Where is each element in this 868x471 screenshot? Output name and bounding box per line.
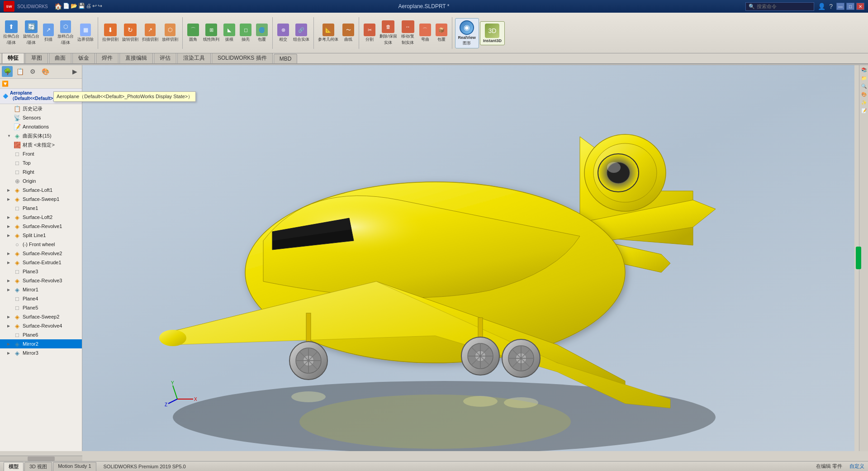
tree-icon-16: ◈ — [14, 250, 21, 257]
tree-item-15[interactable]: ○(-) Front wheel — [0, 240, 82, 249]
tree-icon-15: ○ — [14, 241, 21, 248]
close-button[interactable]: ✕ — [856, 3, 864, 10]
bend-button[interactable]: ⌒ 弯曲 — [417, 23, 433, 43]
maximize-button[interactable]: □ — [846, 3, 854, 10]
tree-item-14[interactable]: ▶◈Split Line1 — [0, 231, 82, 240]
configuration-icon[interactable]: ⚙ — [27, 66, 38, 77]
tree-item-10[interactable]: ▶◈Surface-Sweep1 — [0, 195, 82, 204]
delete-body-button[interactable]: 🗑 删除/保留实体 — [378, 19, 398, 47]
view-palette-icon[interactable]: 🎨 — [860, 90, 868, 98]
status-customize[interactable]: 自定义 — [849, 463, 864, 470]
user-icon[interactable]: 👤 — [818, 3, 825, 10]
tab-evaluate[interactable]: 评估 — [154, 52, 176, 63]
tree-item-16[interactable]: ▶◈Surface-Revolve2 — [0, 249, 82, 258]
intersect-button[interactable]: ⊗ 相交 — [275, 23, 291, 43]
tree-item-12[interactable]: ▶◈Surface-Loft2 — [0, 213, 82, 222]
loftcut-button[interactable]: ⬡ 放样切割 — [161, 23, 180, 43]
undo-icon[interactable]: ↩ — [92, 3, 97, 10]
tree-item-18[interactable]: □Plane3 — [0, 267, 82, 276]
redo-icon[interactable]: ↪ — [98, 3, 102, 10]
split-button[interactable]: ✂ 分割 — [362, 23, 377, 43]
tab-render[interactable]: 渲染工具 — [177, 52, 211, 63]
realview-button[interactable]: ◉ RealView 图形 — [455, 18, 479, 48]
custom-properties-icon[interactable]: 📝 — [860, 107, 868, 114]
wrap2-button[interactable]: 📦 包覆 — [434, 23, 449, 43]
extrudecut-button[interactable]: ⬇ 拉伸切割 — [101, 23, 120, 43]
tree-item-17[interactable]: ▶◈Surface-Extrude1 — [0, 258, 82, 267]
panel-expand-icon[interactable]: ▶ — [69, 66, 80, 77]
loft-button[interactable]: ⬡ 放样凸台/基体 — [56, 19, 75, 47]
wrap-button[interactable]: 🌀 包覆 — [254, 23, 270, 43]
property-manager-icon[interactable]: 📋 — [14, 66, 25, 77]
print-icon[interactable]: 🖨 — [86, 3, 91, 10]
tree-item-1[interactable]: 📡Sensors — [0, 113, 82, 122]
tree-item-2[interactable]: 📝Annotations — [0, 122, 82, 131]
revolve-button[interactable]: 🔄 旋转凸台/基体 — [22, 19, 41, 47]
tree-item-9[interactable]: ▶◈Surface-Loft1 — [0, 186, 82, 195]
revolvecut-button[interactable]: ↻ 旋转切割 — [121, 23, 140, 43]
shell-button[interactable]: ◻ 抽壳 — [238, 23, 253, 43]
tree-item-23[interactable]: ▶◈Surface-Sweep2 — [0, 312, 82, 321]
tree-item-0[interactable]: 📋历史记录 — [0, 104, 82, 113]
3d-viewport[interactable]: X Y Z — [82, 64, 854, 451]
status-tab-motion[interactable]: Motion Study 1 — [53, 462, 96, 471]
tree-item-26[interactable]: ▶◈Mirror2 — [0, 339, 82, 348]
tab-solidworks-plugins[interactable]: SOLIDWORKS 插件 — [212, 52, 273, 63]
scroll-thumb[interactable] — [28, 457, 55, 461]
toolbar-separator-3 — [272, 17, 273, 49]
minimize-button[interactable]: — — [836, 3, 844, 10]
sweep-button[interactable]: ↗ 扫描 — [42, 23, 55, 43]
tree-item-21[interactable]: □Plane4 — [0, 294, 82, 303]
panel-handle[interactable] — [856, 247, 861, 269]
boundary-button[interactable]: ▦ 边界切除 — [76, 23, 95, 43]
sweepcut-button[interactable]: ↗ 扫描切割 — [141, 23, 160, 43]
tree-item-24[interactable]: ▶◈Surface-Revolve4 — [0, 321, 82, 330]
file-explorer-icon[interactable]: 📁 — [860, 74, 868, 81]
tree-item-22[interactable]: □Plane5 — [0, 303, 82, 312]
tab-features[interactable]: 特征 — [2, 52, 24, 63]
tree-item-19[interactable]: ▶◈Surface-Revolve3 — [0, 276, 82, 285]
status-tab-3dview[interactable]: 3D 视图 — [24, 462, 52, 471]
tab-direct-edit[interactable]: 直接编辑 — [119, 52, 153, 63]
tab-sheet-metal[interactable]: 钣金 — [72, 52, 95, 63]
tab-surface[interactable]: 曲面 — [49, 52, 71, 63]
ref-geom-button[interactable]: 📐 参考几何体 — [317, 23, 340, 43]
tab-mbd[interactable]: MBD — [274, 54, 298, 63]
app-name: SOLIDWORKS — [17, 4, 48, 9]
pattern-button[interactable]: ⊞ 线性阵列 — [202, 23, 221, 43]
appearances-icon[interactable]: ✨ — [860, 99, 868, 106]
tree-item-27[interactable]: ▶◈Mirror3 — [0, 348, 82, 357]
curves-button[interactable]: 〜 曲线 — [341, 23, 356, 43]
tree-label-2: Annotations — [23, 124, 49, 129]
instant3d-button[interactable]: 3D Instant3D — [480, 21, 505, 45]
new-icon[interactable]: 📄 — [63, 3, 70, 10]
design-library-icon[interactable]: 📚 — [860, 66, 868, 73]
open-icon[interactable]: 📂 — [71, 3, 77, 10]
tab-sketch[interactable]: 草图 — [25, 52, 48, 63]
combine-button[interactable]: 🔗 组合实体 — [292, 23, 311, 43]
tree-item-20[interactable]: ▶◈Mirror1 — [0, 285, 82, 294]
feature-tree-icon[interactable]: 🌳 — [2, 66, 13, 77]
search-panel-icon[interactable]: 🔍 — [860, 82, 868, 90]
tree-item-4[interactable]: 🧱材质 <未指定> — [0, 140, 82, 149]
home-icon[interactable]: 🏠 — [54, 3, 62, 10]
tab-weldments[interactable]: 焊件 — [96, 52, 119, 63]
horizontal-scrollbar[interactable] — [0, 456, 82, 461]
tree-item-6[interactable]: □Top — [0, 158, 82, 167]
tree-item-5[interactable]: □Front — [0, 149, 82, 158]
tree-item-11[interactable]: □Plane1 — [0, 204, 82, 213]
save-icon[interactable]: 💾 — [78, 3, 85, 10]
fillet-button[interactable]: ⌒ 圆角 — [185, 23, 201, 43]
tree-item-3[interactable]: ▼◈曲面实体(15) — [0, 131, 82, 140]
tree-item-25[interactable]: □Plane6 — [0, 330, 82, 339]
move-button[interactable]: ↔ 移动/复制实体 — [399, 19, 417, 47]
tree-item-13[interactable]: ▶◈Surface-Revolve1 — [0, 222, 82, 231]
draft-button[interactable]: ◣ 拔模 — [222, 23, 237, 43]
tree-item-7[interactable]: □Right — [0, 167, 82, 176]
appearance-manager-icon[interactable]: 🎨 — [40, 66, 51, 77]
tree-item-8[interactable]: ⊕Origin — [0, 176, 82, 186]
status-tab-model[interactable]: 模型 — [4, 462, 24, 471]
search-input[interactable] — [757, 4, 811, 9]
extrude-button[interactable]: ⬆ 拉伸凸台/基体 — [2, 19, 21, 47]
help-icon[interactable]: ? — [829, 3, 833, 10]
